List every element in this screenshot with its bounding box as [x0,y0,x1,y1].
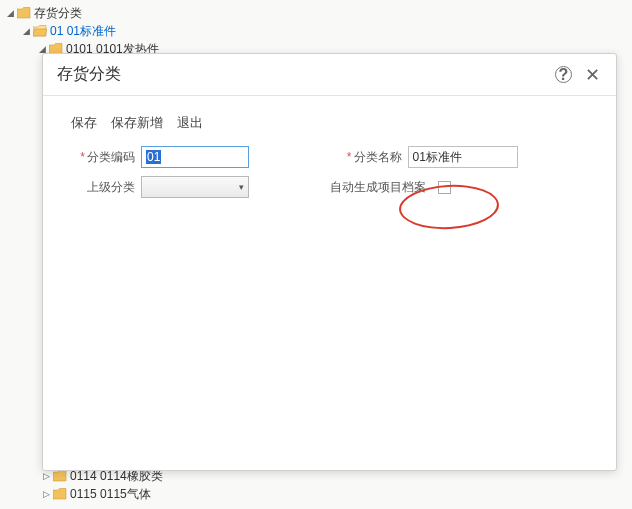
parent-select[interactable]: ▾ [141,176,249,198]
name-label: *分类名称 [330,149,408,166]
tree-label: 存货分类 [34,4,82,22]
tree-row[interactable]: ◢ 存货分类 [4,4,632,22]
autogen-label: 自动生成项目档案 [330,179,432,196]
autogen-checkbox[interactable] [438,181,451,194]
collapse-icon[interactable]: ◢ [20,25,32,37]
dialog: 存货分类 ? ✕ 保存 保存新增 退出 *分类编码 01 *分类名称 01标准件… [42,53,617,471]
parent-label: 上级分类 [63,179,141,196]
exit-button[interactable]: 退出 [177,114,203,132]
code-input[interactable]: 01 [141,146,249,168]
tree-label: 01 01标准件 [50,22,116,40]
tree-label: 0115 0115气体 [70,485,151,503]
expand-icon[interactable]: ▷ [40,470,52,482]
dialog-title: 存货分类 [57,64,121,85]
expand-icon[interactable]: ▷ [40,488,52,500]
name-input[interactable]: 01标准件 [408,146,518,168]
form: *分类编码 01 *分类名称 01标准件 上级分类 ▾ 自动生成项目档案 [43,142,616,198]
folder-icon [53,488,67,500]
folder-icon [17,7,31,19]
close-icon[interactable]: ✕ [582,65,602,85]
dialog-toolbar: 保存 保存新增 退出 [43,96,616,142]
tree-row[interactable]: ◢ 01 01标准件 [4,22,632,40]
code-label: *分类编码 [63,149,141,166]
tree-panel: ◢ 存货分类 ◢ 01 01标准件 ◢ 0101 0101发热件 [0,0,632,58]
chevron-down-icon: ▾ [239,182,244,192]
dialog-header: 存货分类 ? ✕ [43,54,616,96]
tree-row[interactable]: ▷ 0115 0115气体 [8,485,163,503]
save-new-button[interactable]: 保存新增 [111,114,163,132]
help-icon[interactable]: ? [555,66,572,83]
save-button[interactable]: 保存 [71,114,97,132]
collapse-icon[interactable]: ◢ [4,7,16,19]
folder-icon [53,470,67,482]
folder-open-icon [33,25,47,37]
